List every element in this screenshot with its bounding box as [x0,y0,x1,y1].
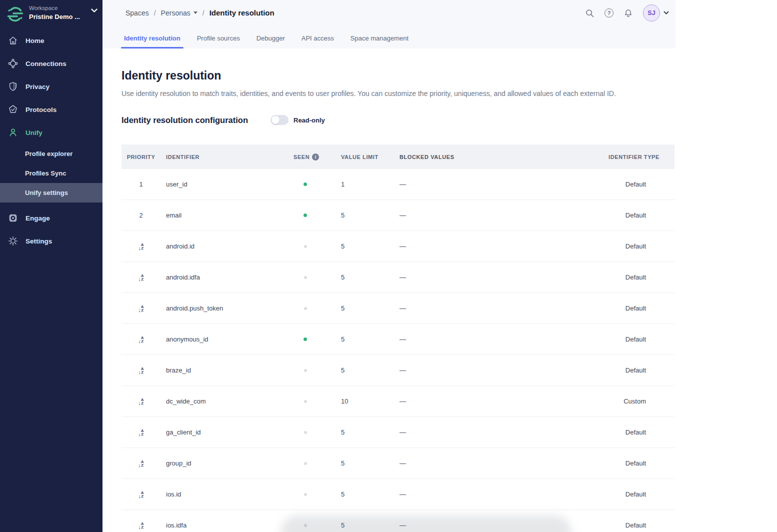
sidebar-item-profile-explorer[interactable]: Profile explorer [0,144,102,164]
breadcrumb-personas[interactable]: Personas [161,9,198,17]
engage-icon [8,212,18,224]
identifier-type-cell: Default [523,336,674,343]
sort-alphabetical-icon: ↓AZ [138,336,144,344]
sort-alphabetical-icon: ↓AZ [138,305,144,312]
notifications-bell-icon[interactable] [624,8,633,18]
identifier-cell: braze_id [160,366,294,374]
blocked-values-cell: — [398,336,523,343]
table-row[interactable]: ↓AZgroup_id5—Default [122,448,674,479]
sort-alphabetical-icon: ↓AZ [138,460,144,468]
sidebar: Workspace Pristine Demo ... Home [0,0,102,532]
workspace-eyebrow: Workspace [29,4,80,12]
seen-dot-off [304,307,307,310]
breadcrumb-spaces[interactable]: Spaces [126,9,149,17]
seen-dot-off [304,462,307,465]
seen-dot-on [304,338,307,341]
priority-cell: ↓AZ [122,459,160,467]
identifier-type-cell: Default [523,366,674,374]
table-row[interactable]: ↓AZbraze_id5—Default [122,355,674,386]
sidebar-item-privacy[interactable]: Privacy [0,75,102,98]
avatar[interactable]: SJ [643,4,660,22]
identifier-cell: user_id [160,180,294,188]
priority-cell: ↓AZ [122,273,160,281]
tab-profile-sources[interactable]: Profile sources [196,34,242,48]
toggle-label: Read-only [294,116,325,124]
sort-alphabetical-icon: ↓AZ [138,491,144,498]
table-row[interactable]: ↓AZdc_wide_com10—Custom [122,386,674,417]
sort-alphabetical-icon: ↓AZ [138,398,144,406]
sidebar-nav: Home Connections Privacy [0,29,102,252]
sidebar-item-label: Unify [26,129,42,136]
identifier-cell: ios.idfa [160,522,294,529]
table-row[interactable]: ↓AZios.id5—Default [122,479,674,510]
sidebar-item-label: Protocols [26,106,56,114]
table-row[interactable]: ↓AZandroid.idfa5—Default [122,262,674,293]
blocked-values-cell: — [398,212,523,219]
sidebar-item-profiles-sync[interactable]: Profiles Sync [0,164,102,183]
sidebar-item-unify-settings[interactable]: Unify settings [0,183,102,202]
sidebar-item-protocols[interactable]: Protocols [0,98,102,121]
search-icon[interactable] [585,8,594,18]
sidebar-item-unify[interactable]: Unify [0,121,102,144]
topbar: Spaces / Personas / Identity resolution … [102,0,676,48]
value-limit-cell: 5 [340,304,398,312]
table-row[interactable]: ↓AZandroid.push_token5—Default [122,293,674,324]
seen-dot-off [304,431,307,434]
blocked-values-cell: — [398,274,523,281]
identifier-cell: ga_client_id [160,428,294,436]
workspace-chevron-down-icon[interactable] [91,8,98,13]
breadcrumb: Spaces / Personas / Identity resolution [126,8,274,17]
identifier-type-cell: Default [523,274,674,281]
read-only-toggle[interactable] [270,115,288,125]
tab-identity-resolution[interactable]: Identity resolution [122,34,182,48]
table-row[interactable]: ↓AZandroid.id5—Default [122,231,674,262]
priority-cell: 2 [122,212,160,219]
seen-cell [294,182,340,186]
priority-cell: ↓AZ [122,428,160,436]
priority-cell: ↓AZ [122,397,160,405]
tab-debugger[interactable]: Debugger [255,34,286,48]
sidebar-subitem-label: Profiles Sync [25,170,66,177]
tab-api-access[interactable]: API access [300,34,336,48]
sidebar-item-connections[interactable]: Connections [0,52,102,75]
blocked-values-cell: — [398,180,523,188]
sidebar-item-home[interactable]: Home [0,29,102,52]
seen-cell [294,338,340,341]
seen-info-icon[interactable]: i [312,154,319,160]
priority-cell: ↓AZ [122,490,160,498]
header-priority: PRIORITY [122,154,160,160]
identifier-type-cell: Default [523,304,674,312]
sort-alphabetical-icon: ↓AZ [138,274,144,282]
sidebar-item-engage[interactable]: Engage [0,206,102,230]
table-row[interactable]: ↓AZga_client_id5—Default [122,417,674,448]
workspace-switcher[interactable]: Workspace Pristine Demo ... [0,0,102,26]
identifier-cell: anonymous_id [160,336,294,343]
identifier-type-cell: Default [523,460,674,467]
identifier-type-cell: Default [523,522,674,529]
page-description: Use identity resolution to match traits,… [122,90,676,98]
table-row[interactable]: 2email5—Default [122,200,674,231]
user-menu[interactable]: SJ [643,4,669,22]
priority-cell: ↓AZ [122,242,160,250]
sidebar-item-label: Privacy [26,83,50,90]
blocked-values-cell: — [398,490,523,498]
header-identifier: IDENTIFIER [160,154,294,160]
sidebar-item-settings[interactable]: Settings [0,230,102,252]
sidebar-item-label: Connections [26,60,66,68]
table-row[interactable]: ↓AZios.idfa5—Default [122,510,674,532]
personas-caret-icon [194,12,198,14]
breadcrumb-current: Identity resolution [210,8,274,17]
sort-alphabetical-icon: ↓AZ [138,367,144,374]
seen-dot-off [304,524,307,527]
seen-dot-on [304,182,307,186]
value-limit-cell: 5 [340,522,398,529]
header-blocked-values: BLOCKED VALUES [398,154,523,160]
table-row[interactable]: ↓AZanonymous_id5—Default [122,324,674,355]
help-icon[interactable]: ? [604,8,614,18]
blocked-values-cell: — [398,366,523,374]
toggle-knob [272,116,280,124]
value-limit-cell: 5 [340,242,398,250]
seen-cell [294,493,340,496]
tab-space-management[interactable]: Space management [349,34,410,48]
table-row[interactable]: 1user_id1—Default [122,169,674,200]
